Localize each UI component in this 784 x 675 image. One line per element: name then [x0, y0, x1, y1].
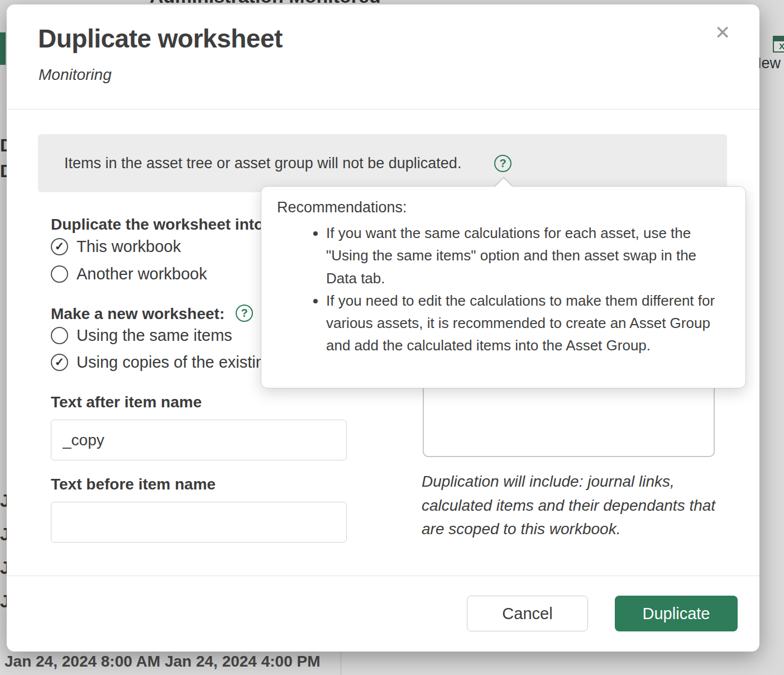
close-icon[interactable]: ✕: [709, 19, 736, 46]
radio-label: Using the same items: [77, 326, 232, 345]
tooltip-bullet-list: If you want the same calculations for ea…: [277, 222, 731, 357]
text-before-label: Text before item name: [51, 476, 216, 493]
modal-title: Duplicate worksheet: [38, 23, 283, 54]
tooltip-bullet: If you want the same calculations for ea…: [326, 222, 731, 289]
text-after-label: Text after item name: [51, 393, 202, 411]
radio-label: Another workbook: [77, 265, 207, 283]
radio-icon: [51, 265, 68, 283]
screenshot-stage: Administration Monitored X New Mo D D J …: [0, 0, 784, 675]
duplicate-worksheet-modal: Duplicate worksheet Monitoring ✕ Items i…: [7, 4, 759, 652]
banner-help-icon[interactable]: ?: [494, 155, 511, 172]
modal-subtitle: Monitoring: [39, 66, 112, 84]
tooltip-bullet: If you need to edit the calculations to …: [326, 289, 731, 357]
text-after-input[interactable]: [51, 420, 347, 460]
new-worksheet-help-icon[interactable]: ?: [236, 305, 253, 322]
radio-icon: ✓: [51, 238, 68, 255]
radio-label: This workbook: [77, 237, 181, 256]
new-worksheet-label: Make a new worksheet:: [51, 305, 224, 323]
radio-check-glyph: ✓: [55, 356, 65, 368]
radio-icon: [51, 327, 68, 344]
duplicate-button[interactable]: Duplicate: [615, 596, 738, 631]
text-before-input[interactable]: [51, 502, 347, 543]
duplication-note: Duplication will include: journal links,…: [422, 470, 718, 541]
recommendations-tooltip: Recommendations: If you want the same ca…: [261, 186, 746, 388]
cancel-button[interactable]: Cancel: [467, 596, 588, 631]
radio-check-glyph: ✓: [55, 240, 65, 252]
footer-divider: [7, 576, 759, 576]
radio-icon: ✓: [51, 354, 68, 371]
radio-another-workbook[interactable]: Another workbook: [51, 264, 207, 283]
info-banner: Items in the asset tree or asset group w…: [38, 134, 727, 192]
tooltip-title: Recommendations:: [277, 199, 731, 216]
radio-same-items[interactable]: Using the same items: [51, 326, 232, 345]
header-divider: [7, 109, 759, 110]
info-banner-text: Items in the asset tree or asset group w…: [64, 155, 484, 172]
radio-this-workbook[interactable]: ✓ This workbook: [51, 237, 181, 256]
destination-label: Duplicate the worksheet into:: [51, 216, 269, 234]
